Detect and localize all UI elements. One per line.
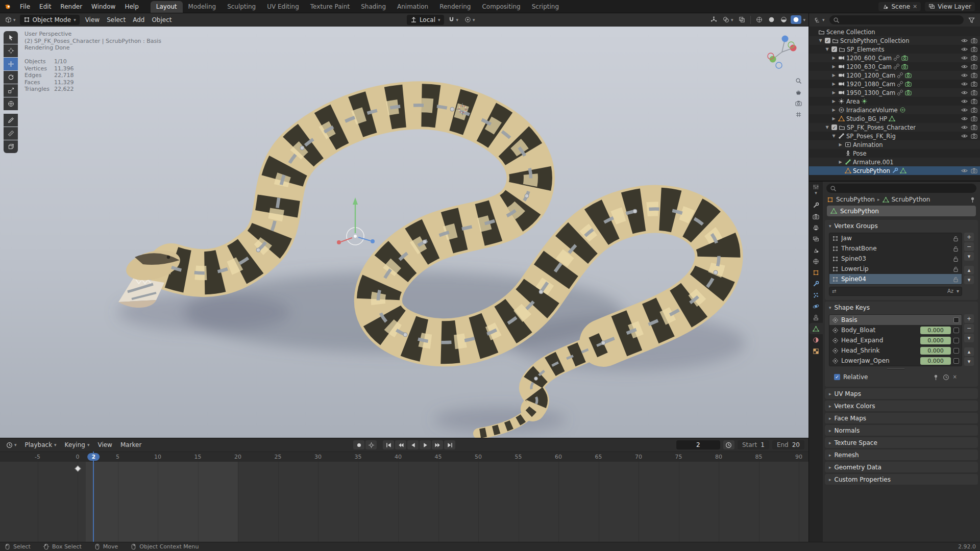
shape-key-value[interactable]: 0.000 [920,357,951,365]
viewport-menu-add[interactable]: Add [129,16,148,23]
shading-options-caret-icon[interactable]: ▾ [803,17,805,22]
disable-in-renders-icon[interactable] [971,115,977,122]
remove-vertex-group-button[interactable]: − [964,242,974,251]
timeline-menu-playback[interactable]: Playback▾ [21,441,61,448]
start-frame-field[interactable]: Start 1 [738,440,769,449]
disclosure-closed-icon[interactable]: ▶ [838,142,843,147]
panel-header-custom-properties[interactable]: ▸Custom Properties [825,474,978,485]
tool-scale[interactable] [4,84,18,97]
workspace-tab-rendering[interactable]: Rendering [434,1,476,13]
panel-header-vertex-colors[interactable]: ▸Vertex Colors [825,400,978,411]
outliner-row-1950-1300-cam[interactable]: ▶1950_1300_Cam [809,88,980,97]
next-keyframe-button[interactable] [432,440,443,449]
unlink-scene-icon[interactable]: × [913,3,917,10]
breadcrumb-object[interactable]: ScrubPython [836,196,875,203]
tool-measure[interactable] [4,127,18,140]
move-vertex-group-up-button[interactable]: ▴ [964,266,974,274]
breadcrumb-data[interactable]: ScrubPython [892,196,930,203]
shape-key-specials-button[interactable]: ▾ [964,334,974,342]
navigation-gizmo[interactable] [762,31,802,71]
workspace-tab-uv-editing[interactable]: UV Editing [261,1,305,13]
outliner-row-sp-elements[interactable]: ▼✓SP_Elements [809,45,980,54]
properties-tab-active-tool[interactable] [810,199,823,211]
lock-icon[interactable] [952,256,959,262]
shape-key-mute-checkbox[interactable] [953,348,959,354]
lock-icon[interactable] [952,276,959,283]
outliner-editor-selector[interactable]: ▾ [812,16,827,24]
properties-tab-particles[interactable] [810,289,823,300]
blender-logo-icon[interactable] [0,0,15,13]
disclosure-closed-icon[interactable]: ▶ [831,116,837,121]
collection-checkbox[interactable]: ✓ [831,124,837,130]
outliner-row-irradiancevolume[interactable]: ▶IrradianceVolume [809,106,980,114]
hide-in-viewport-icon[interactable] [961,63,968,70]
disable-in-renders-icon[interactable] [971,63,977,70]
view-layer-selector[interactable]: View Layer [925,2,975,11]
zoom-icon[interactable] [795,78,802,84]
sort-reverse-icon[interactable]: ▾ [957,289,959,294]
tool-annotate[interactable] [4,114,18,127]
menu-file[interactable]: File [15,3,35,10]
hide-in-viewport-icon[interactable] [961,133,968,139]
disable-in-renders-icon[interactable] [971,133,977,139]
scene-selector[interactable]: Scene × [878,2,921,11]
panel-header-geometry-data[interactable]: ▸Geometry Data [825,462,978,472]
outliner-row-scrubpython-collection[interactable]: ▼✓ScrubPython_Collection [809,36,980,45]
outliner-filter-button[interactable] [966,16,977,24]
pin-icon[interactable] [933,374,939,381]
shading-rendered-button[interactable] [791,15,801,24]
pin-icon[interactable] [969,196,976,203]
tool-move[interactable] [4,58,18,70]
disclosure-closed-icon[interactable]: ▶ [831,56,837,60]
end-frame-field[interactable]: End 20 [772,440,804,449]
toggle-ortho-icon[interactable] [795,111,802,118]
disable-in-renders-icon[interactable] [971,46,977,53]
panel-header-texture-space[interactable]: ▸Texture Space [825,437,978,448]
shape-key-mute-checkbox[interactable] [953,317,959,323]
properties-tab-object[interactable] [810,267,823,278]
collection-checkbox[interactable]: ✓ [831,46,837,52]
proportional-editing-toggle[interactable]: ▾ [462,15,477,24]
timeline-menu-view[interactable]: View [93,441,116,448]
workspace-tab-texture-paint[interactable]: Texture Paint [305,1,355,13]
clear-shape-keys-icon[interactable]: × [953,374,957,381]
vertex-group-row-spine03[interactable]: Spine03 [829,254,962,264]
collection-checkbox[interactable]: ✓ [825,38,830,43]
properties-tab-output[interactable] [810,222,823,233]
tool-add-cube[interactable] [4,140,18,153]
hide-in-viewport-icon[interactable] [961,115,968,122]
hide-in-viewport-icon[interactable] [961,89,968,96]
shape-key-mute-checkbox[interactable] [953,358,959,364]
shape-key-mute-checkbox[interactable] [953,338,959,343]
workspace-tab-layout[interactable]: Layout [151,1,183,13]
hide-in-viewport-icon[interactable] [961,55,968,61]
play-reverse-button[interactable] [407,440,419,449]
invert-filter-icon[interactable]: ⇄ [832,289,836,294]
workspace-tab-shading[interactable]: Shading [355,1,391,13]
disclosure-closed-icon[interactable]: ▶ [831,73,837,78]
shape-key-value[interactable]: 0.000 [920,337,951,344]
workspace-tab-animation[interactable]: Animation [391,1,434,13]
vertex-groups-panel-header[interactable]: ▾ Vertex Groups [825,220,978,232]
lock-icon[interactable] [952,235,959,242]
shading-wireframe-button[interactable] [754,15,765,24]
workspace-tab-modeling[interactable]: Modeling [183,1,222,13]
disclosure-open-icon[interactable]: ▼ [831,134,837,138]
move-vertex-group-down-button[interactable]: ▾ [964,276,974,284]
hide-in-viewport-icon[interactable] [961,98,968,105]
outliner-row-pose[interactable]: Pose [809,149,980,158]
playhead-frame-label[interactable]: 2 [88,453,100,461]
outliner-row-1200-1200-cam[interactable]: ▶1200_1200_Cam [809,71,980,80]
properties-tab-scene[interactable] [810,244,823,256]
shape-key-row-head-expand[interactable]: Head_Expand0.000 [829,335,962,345]
disclosure-closed-icon[interactable]: ▶ [831,99,837,104]
clock-icon[interactable] [943,374,949,381]
panel-header-face-maps[interactable]: ▸Face Maps [825,413,978,423]
disable-in-renders-icon[interactable] [971,55,977,61]
outliner-row-animation[interactable]: ▶Animation [809,140,980,149]
hide-in-viewport-icon[interactable] [961,46,968,53]
viewport-menu-view[interactable]: View [82,16,103,23]
outliner-row-scene-collection[interactable]: Scene Collection [809,28,980,36]
move-shape-key-up-button[interactable]: ▴ [964,347,974,356]
timeline-menu-keying[interactable]: Keying▾ [61,441,94,448]
